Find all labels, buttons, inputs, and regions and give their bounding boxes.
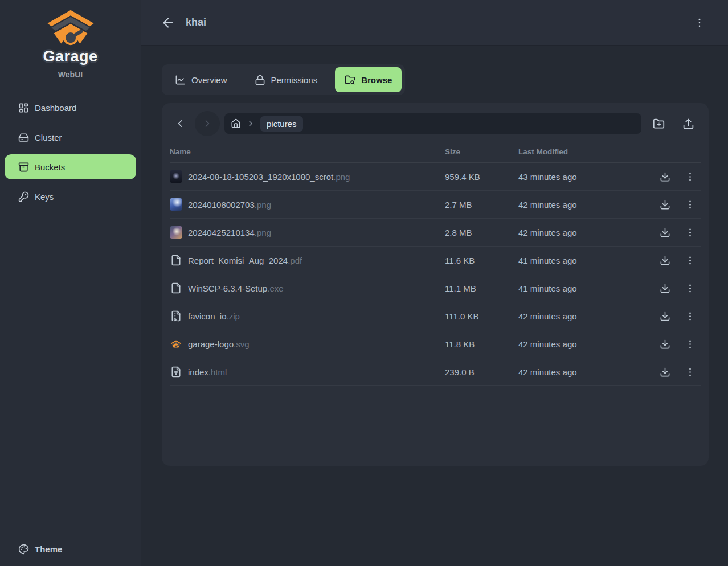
breadcrumb-segment-pictures[interactable]: pictures [260,116,303,132]
row-menu-button[interactable] [680,195,700,214]
file-extension: .png [255,200,271,210]
garage-logo-thumbnail [170,338,182,350]
download-button[interactable] [655,362,674,382]
file-modified: 42 minutes ago [518,339,649,349]
table-row[interactable]: 20240108002703.png 2.7 MB 42 minutes ago [170,191,701,219]
file-icon [170,282,182,294]
sidebar-item-keys[interactable]: Keys [5,184,136,209]
theme-toggle[interactable]: Theme [0,544,141,566]
download-button[interactable] [655,167,674,186]
row-menu-button[interactable] [680,251,700,270]
garage-logo-icon [46,9,96,46]
file-extension: .png [333,172,350,182]
file-size: 11.8 KB [445,339,518,349]
table-header: Name Size Last Modified [170,141,701,163]
table-row[interactable]: 20240425210134.png 2.8 MB 42 minutes ago [170,219,701,247]
kebab-menu-icon [685,199,696,210]
table-row[interactable]: garage-logo.svg 11.8 KB 42 minutes ago [170,330,701,358]
tab-label: Permissions [271,75,318,85]
image-thumbnail [170,170,182,183]
file-name: WinSCP-6.3.4-Setup [188,284,267,293]
tab-overview[interactable]: Overview [165,67,237,92]
file-table: Name Size Last Modified 2024-08-18-10520… [170,141,701,386]
chart-line-icon [175,75,186,85]
row-menu-button[interactable] [680,167,700,186]
download-button[interactable] [655,251,674,270]
back-button[interactable] [161,15,175,30]
download-button[interactable] [655,334,674,354]
file-name: 2024-08-18-105203_1920x1080_scrot [188,172,333,182]
file-name: 20240425210134 [188,228,255,237]
kebab-menu-icon [685,339,696,350]
kebab-menu-icon [685,227,696,238]
page-header: khai [141,0,728,46]
file-archive-icon [170,310,182,322]
theme-label: Theme [35,544,62,554]
download-button[interactable] [655,195,674,214]
table-row[interactable]: index.html 239.0 B 42 minutes ago [170,358,701,386]
sidebar: Garage WebUI Dashboard Cluster Buckets K… [0,0,141,566]
file-modified: 41 minutes ago [518,284,649,293]
chevron-right-icon [246,119,255,128]
sidebar-item-dashboard[interactable]: Dashboard [5,95,136,120]
sidebar-item-label: Keys [35,192,54,202]
home-icon[interactable] [231,118,241,129]
sidebar-item-cluster[interactable]: Cluster [5,125,136,150]
table-row[interactable]: Report_Komisi_Aug_2024.pdf 11.6 KB 41 mi… [170,247,701,274]
tab-permissions[interactable]: Permissions [245,67,328,92]
bucket-tabs: Overview Permissions Browse [162,64,405,95]
file-extension: .html [208,367,227,377]
upload-button[interactable] [676,111,701,136]
file-modified: 42 minutes ago [518,367,649,377]
lock-icon [255,75,265,85]
tab-label: Browse [361,75,392,85]
app-name: Garage [0,48,141,65]
nav-forward-button[interactable] [195,111,220,136]
file-name: favicon_io [188,311,227,321]
row-menu-button[interactable] [680,223,700,242]
download-button[interactable] [655,306,674,326]
bucket-content: Overview Permissions Browse [141,46,728,466]
main-area: khai Overview Permissions Browse [141,0,728,566]
row-menu-button[interactable] [680,278,700,298]
archive-icon [18,162,29,173]
sidebar-item-label: Buckets [35,162,65,172]
file-modified: 42 minutes ago [518,200,649,210]
file-size: 11.6 KB [445,256,518,265]
download-icon [660,171,670,182]
bucket-menu-button[interactable] [694,17,705,28]
app-logo: Garage WebUI [0,0,141,79]
download-button[interactable] [655,223,674,242]
breadcrumb[interactable]: pictures [224,113,641,134]
row-menu-button[interactable] [680,306,700,326]
file-extension: .png [255,228,271,237]
table-row[interactable]: 2024-08-18-105203_1920x1080_scrot.png 95… [170,163,701,191]
file-size: 239.0 B [445,367,518,377]
kebab-menu-icon [685,283,696,294]
image-thumbnail [170,226,182,239]
file-extension: .pdf [288,256,302,265]
sidebar-nav: Dashboard Cluster Buckets Keys [0,95,141,209]
download-button[interactable] [655,278,674,298]
tab-browse[interactable]: Browse [335,67,402,92]
new-folder-button[interactable] [646,111,671,136]
layout-dashboard-icon [18,102,29,113]
table-row[interactable]: WinSCP-6.3.4-Setup.exe 11.1 MB 41 minute… [170,274,701,302]
kebab-menu-icon [685,311,696,322]
nav-back-button[interactable] [170,113,190,134]
key-icon [18,191,29,202]
upload-icon [682,118,694,130]
sidebar-item-buckets[interactable]: Buckets [5,154,136,179]
download-icon [660,255,670,266]
row-menu-button[interactable] [680,362,700,382]
page-title: khai [186,17,206,28]
sidebar-item-label: Cluster [35,133,62,142]
row-menu-button[interactable] [680,334,700,354]
file-extension: .zip [227,311,240,321]
file-size: 2.7 MB [445,200,518,210]
file-name: 20240108002703 [188,200,255,210]
file-modified: 43 minutes ago [518,172,649,182]
download-icon [660,311,670,322]
table-row[interactable]: favicon_io.zip 111.0 KB 42 minutes ago [170,302,701,330]
download-icon [660,283,670,294]
